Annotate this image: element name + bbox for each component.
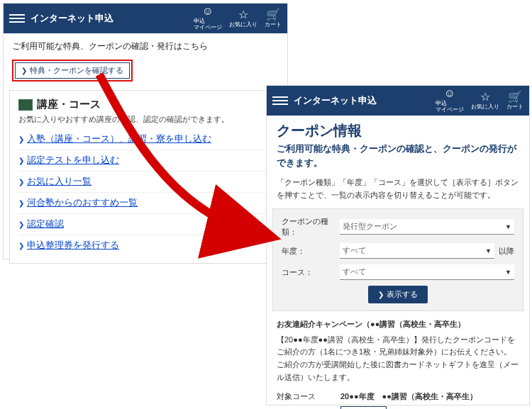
navbar-left: インターネット申込 ☺申込マイページ ☆お気に入り 🛒カート — [4, 4, 287, 33]
coupon-screen: インターネット申込 ☺申込マイページ ☆お気に入り 🛒カート クーポン情報 ご利… — [266, 85, 530, 405]
cart-icon: 🛒 — [266, 9, 280, 21]
hamburger-icon[interactable] — [272, 96, 288, 105]
person-icon: ☺ — [202, 6, 214, 17]
filter-year-label: 年度： — [282, 246, 340, 257]
caret-down-icon: ▼ — [505, 269, 511, 276]
filter-box: クーポンの種類： 発行型クーポン▼ 年度： すべて▼ 以降 コース： — [272, 208, 523, 311]
card-desc: お気に入りやおすすめ講座の確認、認定の確認ができます。 — [18, 114, 272, 125]
page-subtitle: ご利用可能な特典・クーポンの確認と、クーポンの発行ができます。 — [267, 142, 529, 177]
page-desc: 「クーポン種類」「年度」「コース」を選択して［表示する］ボタンを押すことで、一覧… — [267, 177, 529, 208]
nav-favorites[interactable]: ☆お気に入り — [229, 9, 257, 28]
check-coupon-button[interactable]: ❯ 特典・クーポンを確認する — [15, 62, 130, 79]
caret-down-icon: ▼ — [505, 223, 511, 230]
campaign-block: お友達紹介キャンペーン（●●講習（高校生・高卒生） 【20●●年度●●講習（高校… — [267, 311, 529, 409]
menu-screen: インターネット申込 ☺申込マイページ ☆お気に入り 🛒カート ご利用可能な特典、… — [3, 3, 288, 259]
filter-year-after: 以降 — [499, 246, 514, 257]
nav-cart[interactable]: 🛒カート — [506, 91, 523, 111]
highlight-box: ❯ 特典・クーポンを確認する — [12, 60, 133, 82]
nav-mypage[interactable]: ☺申込マイページ — [194, 6, 222, 31]
detail-course-val: 20●●年度 ●●講習（高校生・高卒生） — [340, 389, 519, 405]
detail-course-key: 対象コース — [277, 389, 340, 405]
chevron-right-icon: ❯ — [378, 291, 384, 298]
list-item[interactable]: ❯認定テストを申し込む — [18, 150, 272, 171]
filter-course-label: コース： — [282, 267, 340, 278]
campaign-heading: お友達紹介キャンペーン（●●講習（高校生・高卒生） — [277, 318, 519, 331]
link-list: ❯入塾（講座・コース）、講習・寮を申し込む ❯認定テストを申し込む ❯お気に入り… — [18, 129, 272, 256]
blackboard-icon — [18, 99, 33, 111]
navbar-right: インターネット申込 ☺申込マイページ ☆お気に入り 🛒カート — [267, 86, 529, 116]
filter-course-select[interactable]: すべて▼ — [340, 264, 514, 280]
intro-text: ご利用可能な特典、クーポンの確認・発行はこちら — [4, 33, 287, 60]
nav-title: インターネット申込 — [294, 94, 377, 107]
list-item[interactable]: ❯認定確認 — [18, 213, 272, 235]
filter-type-select[interactable]: 発行型クーポン▼ — [340, 219, 514, 235]
filter-type-label: クーポンの種類： — [282, 216, 340, 237]
detail-code-key: クーポンコード — [277, 405, 340, 409]
nav-title: インターネット申込 — [31, 12, 113, 25]
card-title: 講座・コース — [18, 98, 272, 111]
list-item[interactable]: ❯入塾（講座・コース）、講習・寮を申し込む — [18, 129, 272, 150]
list-item[interactable]: ❯お気に入り一覧 — [18, 171, 272, 192]
show-button[interactable]: ❯ 表示する — [368, 286, 428, 303]
nav-cart[interactable]: 🛒カート — [265, 9, 282, 28]
course-card: 講座・コース お気に入りやおすすめ講座の確認、認定の確認ができます。 ❯入塾（講… — [9, 90, 282, 264]
caret-down-icon: ▼ — [485, 247, 492, 254]
list-item[interactable]: ❯申込整理券を発行する — [18, 235, 272, 256]
star-icon: ☆ — [480, 91, 490, 103]
list-item[interactable]: ❯河合塾からのおすすめ一覧 — [18, 192, 272, 213]
person-icon: ☺ — [444, 88, 455, 99]
issue-button[interactable]: ❯ 発行する — [340, 406, 387, 409]
cart-icon: 🛒 — [508, 91, 522, 103]
chevron-right-icon: ❯ — [21, 67, 27, 74]
filter-year-select[interactable]: すべて▼ — [340, 243, 494, 259]
page-title: クーポン情報 — [267, 116, 529, 142]
nav-favorites[interactable]: ☆お気に入り — [471, 91, 499, 111]
campaign-body: 【20●●年度●●講習（高校生・高卒生）】発行したクーポンコードをご紹介の方（1… — [277, 334, 519, 383]
star-icon: ☆ — [238, 9, 248, 21]
nav-mypage[interactable]: ☺申込マイページ — [436, 88, 464, 113]
hamburger-icon[interactable] — [9, 14, 25, 23]
